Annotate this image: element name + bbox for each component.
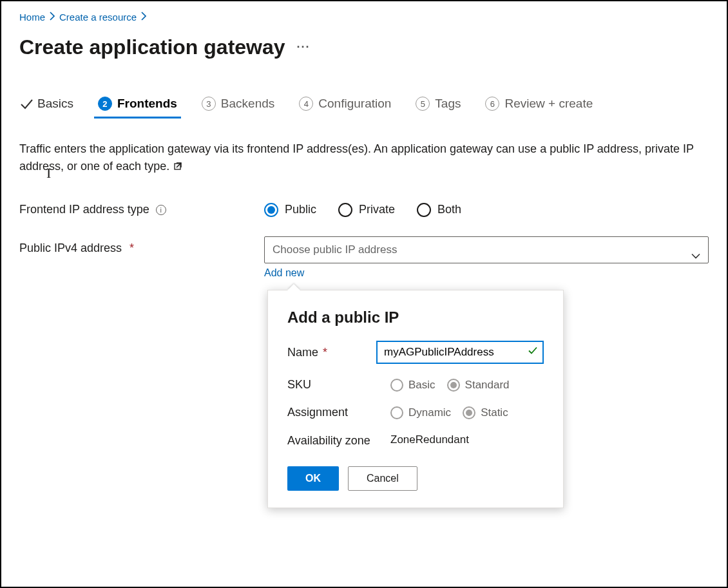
page-title: Create application gateway ··· (19, 35, 709, 59)
radio-assignment-dynamic: Dynamic (390, 406, 451, 419)
public-ip-label: Public IPv4 address* (19, 236, 264, 255)
radio-both[interactable]: Both (417, 203, 461, 217)
radio-sku-standard: Standard (447, 379, 510, 392)
tab-number-icon: 2 (98, 97, 112, 111)
tab-backends[interactable]: 3 Backends (202, 97, 274, 117)
tab-label: Backends (221, 97, 274, 111)
popup-name-input[interactable] (376, 341, 544, 364)
breadcrumb-create-resource[interactable]: Create a resource (59, 12, 137, 23)
popup-sku-label: SKU (287, 378, 390, 392)
tab-label: Frontends (117, 97, 177, 111)
more-icon[interactable]: ··· (297, 41, 311, 54)
tab-number-icon: 4 (299, 97, 313, 111)
public-ip-select[interactable]: Choose public IP address (264, 236, 709, 263)
tab-configuration[interactable]: 4 Configuration (299, 97, 391, 117)
tab-number-icon: 3 (202, 97, 216, 111)
add-new-link[interactable]: Add new (264, 267, 709, 279)
cancel-button[interactable]: Cancel (348, 466, 417, 491)
frontend-ip-type-radios: Public Private Both (264, 203, 461, 217)
add-public-ip-popup: Add a public IP Name * SKU Basic (267, 290, 564, 508)
popup-zone-label: Availability zone (287, 433, 390, 448)
breadcrumb-home[interactable]: Home (19, 12, 45, 23)
chevron-right-icon (140, 10, 147, 24)
info-icon[interactable]: i (156, 205, 166, 215)
tab-label: Review + create (504, 97, 593, 111)
chevron-right-icon (49, 10, 55, 24)
ok-button[interactable]: OK (287, 466, 339, 491)
radio-assignment-static: Static (463, 406, 508, 419)
description-text: Traffic enters the application gateway v… (19, 140, 696, 176)
tab-label: Configuration (318, 97, 391, 111)
tab-number-icon: 5 (416, 97, 430, 111)
check-icon (527, 345, 539, 360)
tab-review-create[interactable]: 6 Review + create (485, 97, 593, 117)
tab-number-icon: 6 (485, 97, 499, 111)
radio-private[interactable]: Private (338, 203, 395, 217)
wizard-tabs: Basics 2 Frontends 3 Backends 4 Configur… (19, 97, 709, 117)
tab-label: Basics (37, 97, 73, 111)
tab-frontends[interactable]: 2 Frontends (98, 97, 177, 117)
frontend-ip-type-label: Frontend IP address type i (19, 203, 264, 216)
tab-tags[interactable]: 5 Tags (416, 97, 461, 117)
tab-basics[interactable]: Basics (19, 97, 73, 117)
popup-title: Add a public IP (287, 308, 544, 327)
popup-assignment-label: Assignment (287, 406, 390, 419)
chevron-down-icon (691, 251, 701, 264)
tab-label: Tags (435, 97, 461, 111)
popup-name-label: Name * (287, 346, 376, 359)
check-icon (19, 97, 32, 110)
popup-zone-value: ZoneRedundant (390, 433, 544, 446)
radio-public[interactable]: Public (264, 203, 316, 217)
external-link-icon[interactable] (174, 158, 184, 176)
radio-sku-basic: Basic (390, 379, 436, 392)
breadcrumb: Home Create a resource (19, 9, 709, 24)
